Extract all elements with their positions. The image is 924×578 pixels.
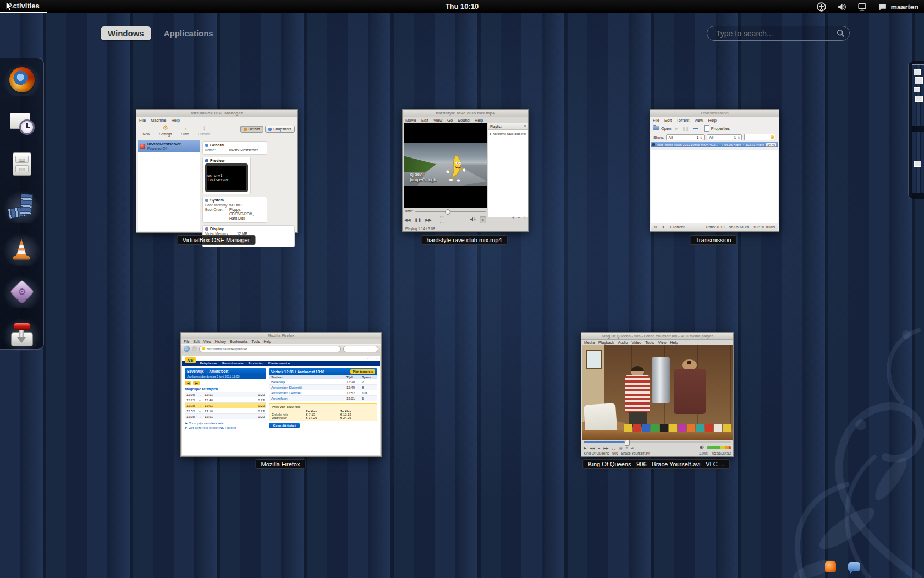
menu-audio: Audio — [618, 341, 628, 345]
general-icon — [205, 144, 208, 147]
transmission-titlebar: Transmission — [650, 110, 779, 117]
torrent-count: 1 Torrent — [669, 225, 685, 229]
selected-journey-row: 12:38→13:010:23 — [185, 403, 266, 408]
preview-section: Preview ux-srv1-testserver — [202, 157, 251, 194]
window-label-transmission: Transmission — [690, 235, 737, 245]
vlc-status-filename: King Of Queens - 906 - Brace Yourself.av… — [584, 451, 695, 455]
workspace-switcher — [908, 61, 924, 199]
window-firefox[interactable]: Mozilla Firefox File Edit View History B… — [180, 332, 382, 457]
dock-evolution[interactable] — [8, 108, 36, 136]
playlist-item: ▸ hardstyle rave club mix.mp4 — [488, 130, 528, 137]
transmission-statusbar: ⚙ ⬍ 1 Torrent Ratio: 0.13 96.05 KiB/s 10… — [651, 223, 778, 231]
back-icon: ← — [184, 346, 190, 352]
totem-controls: Time: ◀◀ ❚❚ ▶▶ ⌜⌝⌞⌟ ≡ — [404, 209, 486, 223]
window-virtualbox[interactable]: VirtualBox OSE Manager File Machine Help… — [136, 109, 298, 233]
playlist-close-icon: ✕ — [524, 124, 526, 128]
clock[interactable]: Thu 10:10 — [446, 0, 479, 13]
activities-overview: Windows Applications — [0, 13, 924, 578]
window-transmission[interactable]: Transmission File Edit Torrent View Help… — [650, 109, 779, 232]
workspace-thumbnail-1[interactable] — [912, 64, 924, 126]
earlier-chip: ◀ — [185, 381, 191, 385]
dock-package-app[interactable] — [8, 278, 36, 306]
menu-file: File — [139, 118, 146, 123]
alt-speed-icon: ⬍ — [662, 225, 665, 230]
window-label-virtualbox: VirtualBox OSE Manager — [177, 235, 256, 245]
vlc-time-display: 05:56/20:52 — [712, 451, 731, 455]
dock-movie-player[interactable] — [8, 193, 36, 221]
window-label-firefox: Mozilla Firefox — [256, 459, 306, 469]
dock-firefox[interactable] — [8, 66, 36, 94]
vbox-toolbar: New ⚙ Settings → Start ↓ Discard Details — [136, 123, 297, 140]
previous-icon: ◀◀ — [590, 446, 595, 450]
tray-chat-icon[interactable] — [848, 562, 860, 571]
search-input[interactable] — [707, 26, 850, 41]
vbox-new-button: New — [139, 124, 153, 136]
journeys-table: 12:08→12:310:23 12:23→12:460:23 12:38→13… — [185, 392, 266, 419]
menu-view: View — [694, 118, 703, 123]
stop-icon: ■ — [598, 446, 601, 450]
menu-file: File — [184, 340, 189, 343]
workspace-thumbnail-2[interactable] — [912, 132, 924, 193]
remove-torrent-icon — [693, 128, 698, 129]
menu-sound: Sound — [458, 118, 470, 123]
vlc-titlebar: King Of Queens - 906 - Brace Yourself.av… — [581, 333, 733, 340]
journey-detail-header: Vertrek 12:38 + Aankomst 13:01 — [271, 370, 325, 374]
user-menu[interactable]: maarten — [878, 2, 919, 12]
snapshots-icon — [268, 128, 272, 131]
vbox-discard-button: ↓ Discard — [197, 124, 211, 136]
show-label: Show: — [653, 135, 664, 139]
route-subheader: Aankomst donderdag 2 juni 2011 13:00 — [185, 374, 266, 379]
menu-help: Help — [475, 118, 483, 123]
window-vlc[interactable]: King Of Queens - 906 - Brace Yourself.av… — [581, 332, 734, 457]
menu-go: Go — [447, 118, 453, 123]
vm-icon — [140, 144, 145, 149]
vlc-video-area — [582, 345, 733, 440]
volume-slider — [707, 446, 731, 449]
tab-applications[interactable]: Applications — [157, 26, 221, 40]
window-totem[interactable]: hardstyle rave club mix.mp4 Movie Edit V… — [402, 109, 529, 232]
discard-arrow-icon: ↓ — [197, 124, 211, 132]
tray-notification-icon[interactable] — [825, 561, 836, 572]
spinner-icon: ⇅ — [737, 136, 740, 139]
vbox-titlebar: VirtualBox OSE Manager — [136, 110, 297, 117]
vlc-statusbar: King Of Queens - 906 - Brace Yourself.av… — [584, 450, 731, 456]
file-cabinet-icon — [13, 152, 31, 176]
vlc-seek-slider — [584, 441, 731, 443]
display-icon[interactable] — [857, 2, 867, 12]
transmission-icon — [8, 320, 35, 347]
ns-links: ► Toon prijs van deze reis ► Zet deze re… — [185, 422, 266, 429]
activities-button[interactable]: Activities — [0, 0, 47, 13]
menu-help: Help — [171, 118, 179, 123]
accessibility-icon[interactable] — [817, 2, 826, 12]
dock-transmission[interactable] — [8, 320, 36, 348]
playlist-actions: + − ↑ — [512, 215, 526, 220]
vbox-settings-button: ⚙ Settings — [158, 124, 173, 136]
time-label: Time: — [404, 209, 413, 213]
snapshots-toggle: Snapshots — [265, 126, 295, 133]
dock-vlc[interactable] — [8, 236, 36, 263]
dock-file-manager[interactable] — [8, 151, 36, 178]
menu-edit: Edit — [193, 340, 199, 343]
remove-icon: − — [518, 215, 520, 220]
menu-media: Media — [584, 341, 595, 345]
totem-playlist-panel: Playlist ✕ ▸ hardstyle rave club mix.mp4 — [488, 123, 528, 217]
speaker-icon — [470, 217, 476, 223]
pause-torrent-icon: ❚❚ — [682, 126, 689, 131]
username-label: maarten — [890, 3, 919, 11]
torrent-down-speed: ↓ 96.05 KiB/s — [722, 143, 741, 146]
overview-tabs: Windows Applications — [101, 26, 221, 40]
menu-view: View — [204, 340, 211, 343]
forward-icon: → — [192, 346, 197, 351]
man-striped-shirt — [625, 366, 650, 427]
transmission-toolbar: Open ▶ ❚❚ Properties — [650, 123, 779, 133]
torrent-search-input — [744, 134, 776, 140]
add-icon: + — [512, 215, 515, 220]
status-area: maarten — [817, 0, 919, 13]
torrent-percent: 34 % — [766, 143, 777, 147]
gear-icon: ⚙ — [158, 124, 173, 132]
system-section: System Base Memory: 512 MB Boot Order: F… — [202, 197, 267, 223]
tab-windows[interactable]: Windows — [101, 26, 151, 40]
window-label-totem: hardstyle rave club mix.mp4 — [421, 235, 508, 245]
volume-icon[interactable] — [837, 2, 846, 12]
ns-right-column: Vertrek 12:38 + Aankomst 13:01 Plan teru… — [269, 368, 377, 430]
